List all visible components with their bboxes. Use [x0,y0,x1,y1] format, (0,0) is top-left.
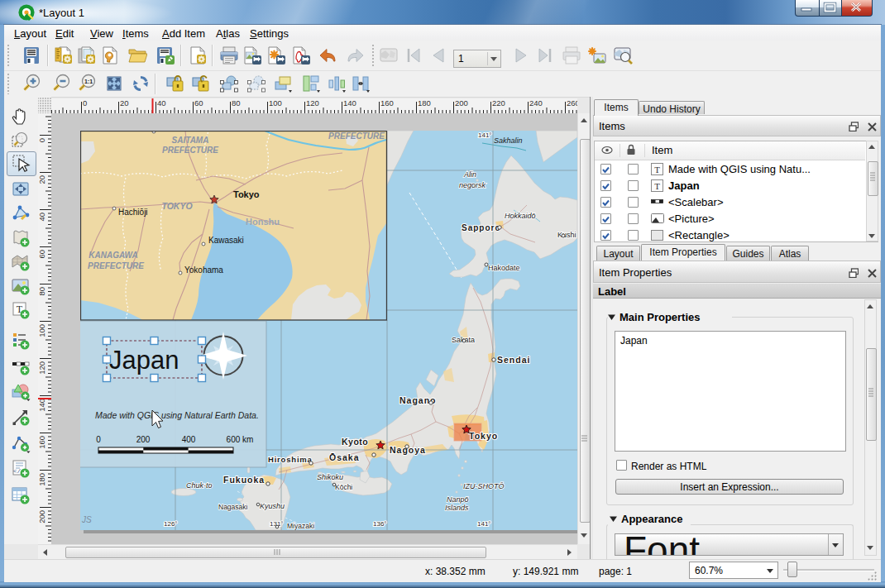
svg-text:Sapporo: Sapporo [462,223,501,232]
svg-text:136°: 136° [373,520,387,528]
svg-text:160: 160 [380,98,394,108]
svg-text:Ōsaka: Ōsaka [329,452,360,462]
svg-text:PREFECTURE: PREFECTURE [328,131,385,141]
svg-text:Kawasaki: Kawasaki [208,236,244,245]
svg-text:Nanpō: Nanpō [447,495,469,504]
svg-text:240: 240 [529,98,543,108]
svg-text:PREFECTURE: PREFECTURE [162,146,218,155]
svg-text:PREFECTURE: PREFECTURE [88,261,144,270]
svg-text:200: 200 [136,435,151,444]
svg-text:200: 200 [455,98,468,108]
svg-text:141°: 141° [478,131,492,139]
svg-text:220: 220 [492,98,505,108]
svg-text:Yokohama: Yokohama [184,265,223,275]
svg-text:Tokyo: Tokyo [233,189,260,199]
svg-text:SAITAMA: SAITAMA [172,136,209,145]
svg-text:0: 0 [38,138,46,142]
svg-text:Sakhalin: Sakhalin [494,136,523,145]
svg-text:40: 40 [157,98,166,108]
svg-text:Alin: Alin [463,170,476,179]
svg-text:100: 100 [269,98,282,108]
svg-text:Shikoku: Shikoku [317,473,343,481]
svg-text:40: 40 [38,213,46,222]
svg-text:140: 140 [343,98,356,108]
svg-text:600 km: 600 km [227,435,254,444]
svg-text:1:1: 1:1 [84,79,93,84]
svg-text:IZU-SHOTŌ: IZU-SHOTŌ [463,482,505,490]
svg-text:TOKYO: TOKYO [161,201,192,211]
svg-text:Hiroshima: Hiroshima [268,455,313,464]
svg-text:60: 60 [194,98,203,108]
svg-text:160: 160 [38,436,46,449]
svg-text:Japan: Japan [109,346,179,375]
svg-text:0: 0 [96,435,101,444]
svg-text:Hachiōji: Hachiōji [118,208,148,217]
svg-text:180: 180 [38,473,46,486]
svg-text:80: 80 [232,98,241,108]
svg-text:120: 120 [306,98,319,108]
svg-text:Hokkaidō: Hokkaidō [505,212,536,220]
svg-text:Chuk-to: Chuk-to [186,481,213,490]
svg-text:T: T [654,181,660,191]
svg-text:20: 20 [120,98,129,108]
svg-text:260: 260 [567,98,577,108]
svg-text:60: 60 [38,250,46,259]
svg-text:Kyushu: Kyushu [260,502,285,510]
svg-text:180: 180 [418,98,431,108]
svg-text:140: 140 [38,399,46,412]
svg-text:200: 200 [38,510,46,523]
svg-text:120: 120 [38,361,46,375]
svg-text:Tokyo: Tokyo [469,431,498,441]
svg-text:Sendai: Sendai [497,355,530,365]
svg-text:Made with QGIS using Natural E: Made with QGIS using Natural Earth Data. [95,410,259,420]
svg-text:Fukuoka: Fukuoka [223,475,265,485]
svg-text:141°: 141° [477,520,491,528]
svg-text:Kushi: Kushi [557,231,576,239]
svg-text:100: 100 [38,324,46,337]
svg-text:negorsk: negorsk [459,181,486,189]
svg-text:Islands: Islands [445,504,469,512]
svg-text:Kyoto: Kyoto [342,437,368,447]
svg-text:Hakodate: Hakodate [488,264,520,272]
svg-text:400: 400 [182,435,196,444]
svg-text:JS: JS [81,515,92,524]
svg-text:Kōchi: Kōchi [335,483,352,491]
svg-text:KANAGAWA: KANAGAWA [88,251,137,260]
svg-text:T: T [654,165,660,174]
svg-text:Honshu: Honshu [246,217,280,227]
svg-text:0: 0 [83,98,87,108]
svg-text:126°: 126° [164,520,178,528]
svg-text:Miyazaki: Miyazaki [287,522,314,530]
svg-text:Nagasaki: Nagasaki [218,503,248,511]
svg-text:20: 20 [38,175,46,184]
svg-text:80: 80 [38,287,46,296]
